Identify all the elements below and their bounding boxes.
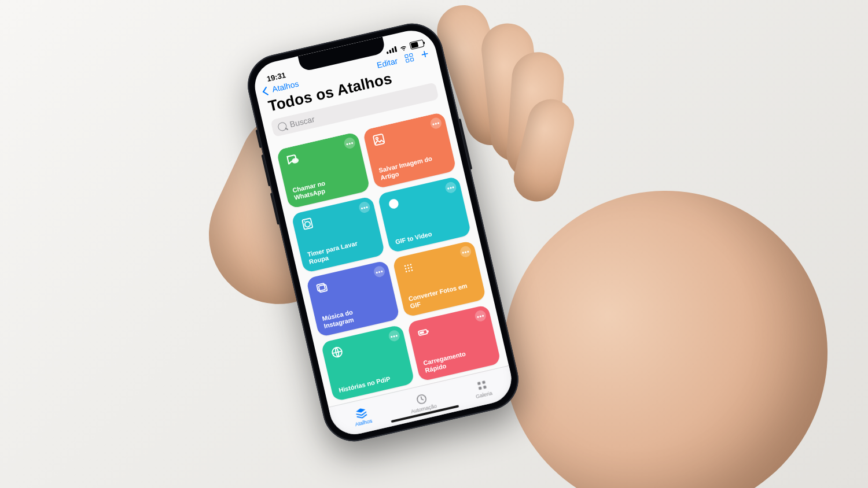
shortcut-tile[interactable]: •••Música do Instagram bbox=[306, 260, 400, 338]
svg-rect-3 bbox=[302, 218, 312, 229]
svg-point-0 bbox=[291, 157, 299, 164]
phone-device: 19:31 Atalhos Editar + To bbox=[241, 17, 524, 448]
svg-rect-27 bbox=[483, 386, 487, 389]
svg-rect-26 bbox=[478, 386, 481, 390]
tile-label: Chamar no WhatsApp bbox=[292, 173, 355, 202]
wifi-icon bbox=[399, 43, 409, 53]
svg-point-13 bbox=[407, 267, 409, 269]
svg-point-2 bbox=[376, 137, 378, 139]
play-circle-icon bbox=[385, 195, 402, 212]
washer-icon bbox=[299, 216, 316, 232]
svg-rect-24 bbox=[477, 382, 481, 385]
svg-point-11 bbox=[410, 264, 411, 265]
battery-icon bbox=[409, 39, 424, 50]
shortcut-tile[interactable]: •••Timer para Lavar Roupa bbox=[291, 196, 385, 273]
shortcut-tile[interactable]: •••Salvar Imagem do Artigo bbox=[362, 112, 457, 189]
stack-icon bbox=[354, 406, 369, 420]
tile-label: Histórias no PdiP bbox=[338, 373, 400, 394]
phone-screen: 19:31 Atalhos Editar + To bbox=[250, 25, 516, 439]
svg-point-12 bbox=[405, 268, 407, 269]
search-placeholder: Buscar bbox=[289, 114, 315, 129]
svg-rect-8 bbox=[317, 283, 325, 291]
tile-more-button[interactable]: ••• bbox=[373, 265, 386, 278]
tile-more-button[interactable]: ••• bbox=[358, 201, 372, 214]
tile-more-button[interactable]: ••• bbox=[343, 136, 356, 150]
svg-rect-1 bbox=[373, 134, 385, 146]
svg-point-4 bbox=[304, 221, 311, 227]
svg-point-15 bbox=[406, 271, 407, 272]
tile-more-button[interactable]: ••• bbox=[429, 117, 443, 130]
shortcuts-scroll-area[interactable]: •••Chamar no WhatsApp•••Salvar Imagem do… bbox=[270, 110, 509, 408]
shortcut-tile[interactable]: •••GIF to Video bbox=[377, 176, 472, 253]
tile-label: GIF to Video bbox=[395, 225, 457, 246]
svg-point-9 bbox=[404, 265, 406, 267]
photo-stack-icon bbox=[314, 280, 331, 297]
shortcut-tile[interactable]: •••Chamar no WhatsApp bbox=[276, 132, 370, 209]
tile-label: Converter Fotos em GIF bbox=[408, 282, 472, 310]
globe-icon bbox=[329, 344, 345, 361]
chat-bubbles-icon bbox=[284, 151, 301, 168]
tiles-icon bbox=[475, 378, 489, 392]
status-time: 19:31 bbox=[266, 71, 286, 83]
tile-label: Salvar Imagem do Artigo bbox=[378, 153, 442, 182]
battery-icon bbox=[415, 324, 432, 341]
shortcut-tile[interactable]: •••Converter Fotos em GIF bbox=[392, 240, 487, 317]
tile-more-button[interactable]: ••• bbox=[459, 245, 472, 258]
grid-icon bbox=[400, 260, 417, 276]
image-frame-icon bbox=[370, 131, 387, 148]
tile-label: Timer para Lavar Roupa bbox=[307, 237, 370, 266]
tile-more-button[interactable]: ••• bbox=[388, 329, 401, 342]
tile-more-button[interactable]: ••• bbox=[474, 309, 487, 323]
search-icon bbox=[277, 121, 288, 131]
svg-point-14 bbox=[410, 267, 412, 268]
svg-rect-25 bbox=[482, 380, 486, 384]
svg-point-10 bbox=[407, 264, 409, 266]
tile-label: Carregamento Rápido bbox=[422, 346, 486, 375]
tile-label: Música do Instagram bbox=[321, 301, 385, 330]
clock-icon bbox=[415, 392, 429, 406]
tile-more-button[interactable]: ••• bbox=[444, 181, 458, 194]
svg-point-17 bbox=[411, 269, 413, 271]
svg-point-16 bbox=[409, 270, 410, 272]
svg-rect-21 bbox=[420, 331, 424, 334]
cellular-signal-icon bbox=[386, 46, 398, 54]
svg-point-5 bbox=[304, 220, 305, 221]
